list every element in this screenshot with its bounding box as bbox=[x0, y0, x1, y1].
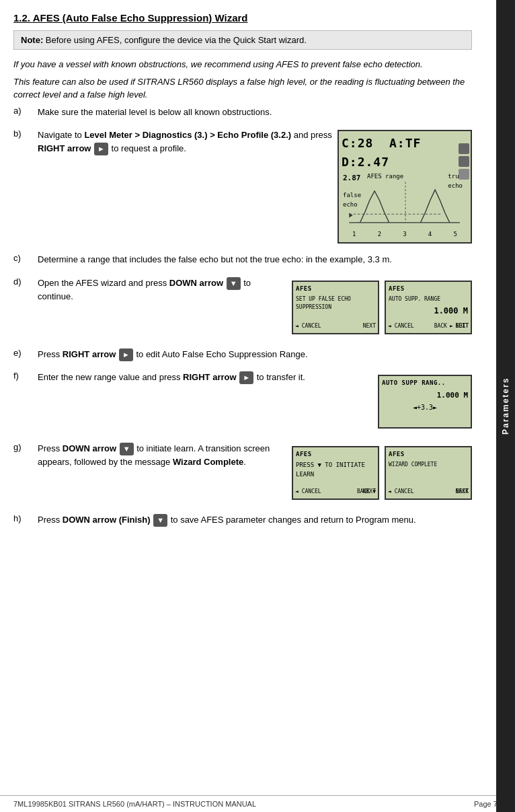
step-d-label: d) bbox=[13, 276, 38, 287]
step-b-bold1: Level Meter > Diagnostics (3.) > Echo Pr… bbox=[84, 130, 291, 140]
note-box: Note: Before using AFES, configure the d… bbox=[13, 30, 472, 50]
lcd-f-sub-value: ◄+3.3► bbox=[382, 402, 468, 413]
step-a-content: Make sure the material level is below al… bbox=[38, 106, 472, 119]
step-g-bold1: DOWN arrow bbox=[63, 443, 116, 453]
step-d: d) Open the AFES wizard and press DOWN a… bbox=[13, 276, 472, 338]
step-c-content: Determine a range that includes the fals… bbox=[38, 253, 472, 266]
lcd-e-back: BACK bbox=[434, 322, 447, 330]
lcd-g2-title: AFES bbox=[389, 450, 468, 459]
step-c-label: c) bbox=[13, 253, 38, 263]
lcd-d-subtitle: SET UP FALSE ECHO SUPPRESSION bbox=[296, 295, 375, 312]
step-f: f) Enter the new range value and press R… bbox=[13, 371, 472, 433]
lcd-panel-d: AFES SET UP FALSE ECHO SUPPRESSION CANCE… bbox=[292, 281, 379, 334]
step-g-label: g) bbox=[13, 442, 38, 452]
step-d-content: Open the AFES wizard and press DOWN arro… bbox=[38, 276, 472, 338]
lcd-d-next: NEXT bbox=[363, 322, 376, 330]
lcd-g1-cancel-label: CANCEL bbox=[302, 488, 321, 494]
lcd-e-next: NEXT bbox=[456, 322, 469, 330]
lcd-g1-left-arrow bbox=[295, 488, 299, 494]
right-tab: Parameters bbox=[496, 0, 515, 812]
step-b-label: b) bbox=[13, 128, 38, 139]
step-b-bold2: RIGHT arrow bbox=[38, 143, 91, 153]
step-d-text: Open the AFES wizard and press DOWN arro… bbox=[38, 276, 285, 303]
lcd-f-value: 1.000 M bbox=[382, 390, 468, 401]
lcd-g1-title: AFES bbox=[296, 450, 375, 459]
main-device-screen: C:28 A:TF D:2.47 2.87 trueecho AFES rang… bbox=[338, 130, 472, 244]
step-f-bold: RIGHT arrow bbox=[183, 372, 236, 382]
step-h-label: h) bbox=[13, 513, 38, 523]
step-e-content: Press RIGHT arrow ► to edit Auto False E… bbox=[38, 348, 472, 361]
step-b: b) Navigate to Level Meter > Diagnostics… bbox=[13, 128, 472, 244]
chart-svg bbox=[342, 179, 469, 227]
footer-bar: 7ML19985KB01 SITRANS LR560 (mA/HART) – I… bbox=[0, 795, 515, 812]
lcd-panel-e: AFES AUTO SUPP. RANGE 1.000 M CANCEL bbox=[385, 281, 472, 334]
lcd-g2-cancel-label: CANCEL bbox=[395, 488, 414, 494]
step-d-bold: DOWN arrow bbox=[169, 278, 223, 288]
italic-para-2: This feature can also be used if SITRANS… bbox=[13, 75, 472, 102]
lcd-f-title: AUTO SUPP RANG.. bbox=[382, 379, 468, 388]
lcd-d-left-arrow bbox=[295, 323, 299, 329]
lcd-e-title: AFES bbox=[389, 285, 468, 294]
right-arrow-btn-b[interactable]: ► bbox=[94, 143, 108, 155]
step-a: a) Make sure the material level is below… bbox=[13, 106, 472, 119]
note-text: Before using AFES, configure the device … bbox=[46, 35, 307, 45]
down-arrow-btn-h[interactable]: ▼ bbox=[153, 514, 167, 527]
down-arrow-btn-d[interactable]: ▼ bbox=[227, 277, 241, 290]
step-e-bold: RIGHT arrow bbox=[63, 349, 116, 359]
footer-left: 7ML19985KB01 SITRANS LR560 (mA/HART) – I… bbox=[13, 800, 256, 808]
right-arrow-btn-e[interactable]: ► bbox=[119, 348, 133, 361]
right-arrow-btn-f[interactable]: ► bbox=[239, 371, 253, 384]
step-f-label: f) bbox=[13, 371, 38, 381]
lcd-e-value: 1.000 M bbox=[389, 305, 468, 318]
lcd-g2-next: NEXT bbox=[456, 488, 469, 496]
lcd-g1-next: NEXT bbox=[363, 488, 376, 496]
step-e: e) Press RIGHT arrow ► to edit Auto Fals… bbox=[13, 348, 472, 361]
lcd-row-g: AFES PRESS ▼ TO INITIATE LEARN CANCEL BA… bbox=[292, 446, 472, 500]
step-h-bold: DOWN arrow (Finish) bbox=[63, 515, 151, 525]
lcd-e-cancel-group: CANCEL bbox=[388, 322, 414, 330]
step-h-content: Press DOWN arrow (Finish) ▼ to save AFES… bbox=[38, 513, 472, 527]
step-g-content: Press DOWN arrow ▼ to initiate learn. A … bbox=[38, 442, 472, 504]
down-arrow-btn-g[interactable]: ▼ bbox=[120, 443, 134, 455]
lcd-g1-cancel-group: CANCEL bbox=[295, 488, 321, 496]
step-h: h) Press DOWN arrow (Finish) ▼ to save A… bbox=[13, 513, 472, 527]
svg-marker-3 bbox=[349, 213, 352, 218]
note-label: Note: bbox=[21, 35, 43, 45]
step-f-content: Enter the new range value and press RIGH… bbox=[38, 371, 472, 433]
lcd-g2-subtitle: WIZARD COMPLETE bbox=[389, 461, 468, 469]
lcd-e-cancel-label: CANCEL bbox=[395, 323, 414, 329]
step-e-label: e) bbox=[13, 348, 38, 358]
lcd-panel-g1: AFES PRESS ▼ TO INITIATE LEARN CANCEL BA… bbox=[292, 446, 379, 500]
lcd-panel-g2: AFES WIZARD COMPLETE CANCEL BACK bbox=[385, 446, 472, 500]
lcd-g1-subtitle: PRESS ▼ TO INITIATE LEARN bbox=[296, 461, 375, 480]
step-a-label: a) bbox=[13, 106, 38, 116]
step-b-content: Navigate to Level Meter > Diagnostics (3… bbox=[38, 128, 472, 244]
lcd-panels-de: AFES SET UP FALSE ECHO SUPPRESSION CANCE… bbox=[292, 276, 472, 338]
step-c: c) Determine a range that includes the f… bbox=[13, 253, 472, 266]
lcd-g2-cancel-group: CANCEL bbox=[388, 488, 414, 496]
lcd-d-footer: CANCEL NEXT bbox=[295, 322, 376, 330]
lcd-d-title: AFES bbox=[296, 285, 375, 294]
lcd-e-left-arrow bbox=[388, 323, 391, 329]
step-b-text: Navigate to Level Meter > Diagnostics (3… bbox=[38, 128, 332, 155]
step-g-text: Press DOWN arrow ▼ to initiate learn. A … bbox=[38, 442, 285, 469]
section-title: 1.2. AFES (Auto False Echo Suppression) … bbox=[13, 12, 472, 24]
lcd-panels-g: AFES PRESS ▼ TO INITIATE LEARN CANCEL BA… bbox=[292, 442, 472, 504]
lcd-d-cancel-label: CANCEL bbox=[302, 323, 321, 329]
lcd-e-subtitle: AUTO SUPP. RANGE bbox=[389, 295, 468, 303]
step-f-text: Enter the new range value and press RIGH… bbox=[38, 371, 371, 384]
lcd-panel-f: AUTO SUPP RANG.. 1.000 M ◄+3.3► bbox=[378, 375, 472, 429]
lcd-g2-left-arrow bbox=[388, 488, 391, 494]
lcd-d-cancel: CANCEL bbox=[295, 322, 321, 330]
screen-header: C:28 A:TF D:2.47 bbox=[342, 134, 468, 172]
screen-axis: 12345 bbox=[342, 230, 468, 239]
step-g: g) Press DOWN arrow ▼ to initiate learn.… bbox=[13, 442, 472, 504]
lcd-row-de: AFES SET UP FALSE ECHO SUPPRESSION CANCE… bbox=[292, 281, 472, 334]
lcd-e-right-arrow bbox=[450, 322, 453, 330]
italic-para-1: If you have a vessel with known obstruct… bbox=[13, 58, 472, 71]
screen-icons bbox=[459, 143, 469, 180]
step-g-bold2: Wizard Complete bbox=[173, 457, 243, 467]
